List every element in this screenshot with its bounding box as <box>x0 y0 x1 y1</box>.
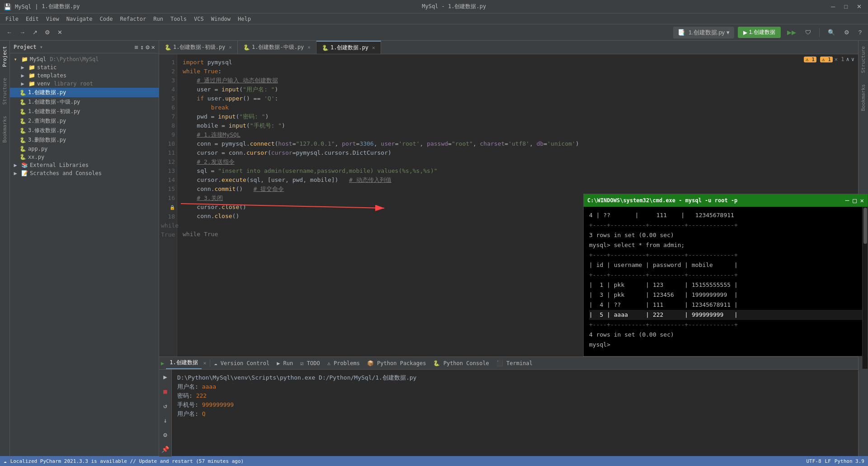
maximize-button[interactable]: □ <box>841 1 850 12</box>
tree-venv[interactable]: ▶ 📁 venv library root <box>10 80 159 88</box>
run-pin-btn[interactable]: 📌 <box>160 444 171 455</box>
tab-close-mid[interactable]: ✕ <box>307 44 311 50</box>
cmd-minimize-btn[interactable]: ─ <box>845 197 849 204</box>
sidebar-collapse-icon[interactable]: ≡ <box>134 43 138 51</box>
menu-bar: File Edit View Navigate Code Refactor Ru… <box>0 14 868 24</box>
debug-button[interactable]: ▶▶ <box>784 27 799 38</box>
bottom-tab-terminal[interactable]: ⬛ Terminal <box>493 358 536 368</box>
bottom-tab-problems[interactable]: ⚠ Problems <box>324 358 363 368</box>
cmd-prompt2: mysql> <box>589 340 862 350</box>
cmd-row2: | 3 | pkk | 123456 | 1999999999 | <box>589 290 862 300</box>
minimize-button[interactable]: ─ <box>828 1 838 12</box>
run-value-username2: Q <box>202 410 206 417</box>
tree-file-create[interactable]: 🐍 1.创建数据.py <box>10 88 159 97</box>
coverage-button[interactable]: 🛡 <box>802 27 814 38</box>
settings-button[interactable]: ⚙ <box>841 27 852 38</box>
help-button[interactable]: ? <box>856 27 864 38</box>
menu-tools[interactable]: Tools <box>167 15 190 23</box>
menu-edit[interactable]: Edit <box>22 15 42 23</box>
right-tab-bookmarks[interactable]: Bookmarks <box>859 82 867 113</box>
sidebar-item-bookmarks[interactable]: Bookmarks <box>1 114 9 145</box>
bottom-tab-todo[interactable]: ☑ TODO <box>297 358 323 368</box>
cmd-row5-highlight: | 5 | aaaa | 222 | 999999999 | <box>589 310 862 320</box>
mysql-folder-icon: 📁 <box>21 56 28 62</box>
bottom-panel: ▶ 1.创建数据 ✕ ☁ Version Control ▶ Run ☑ TOD… <box>159 357 858 456</box>
title-bar: 💾 MySql | 1.创建数据.py MySql - 1.创建数据.py ─ … <box>0 0 868 14</box>
toolbar-back-btn[interactable]: ← <box>4 27 15 38</box>
tab-create-active[interactable]: 🐍 1.创建数据.py ✕ <box>316 41 381 54</box>
tree-file-create-basic[interactable]: 🐍 1.创建数据-初级.py <box>10 107 159 116</box>
tree-scratches[interactable]: ▶ 📝 Scratches and Consoles <box>10 169 159 177</box>
tab-close-basic[interactable]: ✕ <box>229 44 232 50</box>
toolbar-external-btn[interactable]: ↗ <box>30 27 40 38</box>
menu-run[interactable]: Run <box>150 15 167 23</box>
tree-root[interactable]: ▾ 📁 MySql D:\Python\MySql <box>10 55 159 63</box>
right-tab-structure[interactable]: Structure <box>859 44 867 75</box>
bottom-tab-run2[interactable]: ▶ Run <box>273 358 297 368</box>
menu-code[interactable]: Code <box>96 15 117 23</box>
cmd-close-btn[interactable]: ✕ <box>860 197 864 204</box>
bottom-tab-py-console[interactable]: 🐍 Python Console <box>429 358 492 368</box>
tab-label-active: 1.创建数据.py <box>330 44 368 52</box>
search-button[interactable]: 🔍 <box>825 27 838 38</box>
tree-file-query[interactable]: 🐍 2.查询数据.py <box>10 116 159 126</box>
cmd-row3: | 4 | ?? | 111 | 12345678911 | <box>589 300 862 310</box>
sidebar-item-structure[interactable]: Structure <box>1 76 9 107</box>
sidebar-item-project[interactable]: Project <box>1 44 9 69</box>
tree-root-label: MySql <box>30 56 46 62</box>
menu-navigate[interactable]: Navigate <box>63 15 96 23</box>
py-file-icon-mid: 🐍 <box>19 99 26 105</box>
code-line-3: # 通过用户输入 动态创建数据 <box>183 76 853 85</box>
cmd-scrollbar-thumb[interactable] <box>863 208 867 244</box>
run-line-3: 手机号: 999999999 <box>177 400 853 409</box>
menu-window[interactable]: Window <box>208 15 234 23</box>
bottom-tab-version[interactable]: ☁ Version Control <box>210 358 273 368</box>
nav-up-icon[interactable]: ∧ <box>846 56 849 62</box>
menu-vcs[interactable]: VCS <box>190 15 208 23</box>
tree-external-libs[interactable]: ▶ 📚 External Libraries <box>10 161 159 169</box>
tree-file-modify[interactable]: 🐍 3.修改数据.py <box>10 126 159 135</box>
sidebar-sort-icon[interactable]: ↕ <box>140 43 144 51</box>
bottom-tab-run[interactable]: 1.创建数据 <box>166 357 201 369</box>
nav-down-icon[interactable]: ∨ <box>851 56 854 62</box>
menu-file[interactable]: File <box>2 15 22 23</box>
menu-refactor[interactable]: Refactor <box>116 15 150 23</box>
run-icon: ▶ <box>743 29 747 36</box>
run-settings-btn[interactable]: ⚙ <box>161 429 169 440</box>
tree-templates[interactable]: ▶ 📁 templates <box>10 71 159 80</box>
run-stop-btn[interactable]: ■ <box>161 386 169 397</box>
tab-create-mid[interactable]: 🐍 1.创建数据-中级.py ✕ <box>238 41 316 54</box>
toolbar-forward-btn[interactable]: → <box>17 27 28 38</box>
toolbar-settings-btn[interactable]: ⚙ <box>42 27 53 38</box>
tab-close-active[interactable]: ✕ <box>372 45 375 51</box>
expand-icon: ▶ <box>19 64 26 71</box>
menu-view[interactable]: View <box>42 15 63 23</box>
code-line-12: # 2.发送指令 <box>183 157 853 166</box>
run-scroll-btn[interactable]: ↓ <box>161 415 169 426</box>
close-button[interactable]: ✕ <box>854 1 864 12</box>
cmd-restore-btn[interactable]: □ <box>853 197 856 204</box>
bottom-tab-py-pkg[interactable]: 📦 Python Packages <box>363 358 430 368</box>
tree-file-delete[interactable]: 🐍 3.删除数据.py <box>10 135 159 145</box>
tree-static[interactable]: ▶ 📁 static <box>10 63 159 71</box>
tab-create-basic[interactable]: 🐍 1.创建数据-初级.py ✕ <box>159 41 238 54</box>
tree-file-app[interactable]: 🐍 app.py <box>10 145 159 153</box>
tab-icon-active: 🐍 <box>322 45 329 51</box>
tree-templates-label: templates <box>37 72 66 79</box>
menu-help[interactable]: Help <box>234 15 255 23</box>
run-play-btn[interactable]: ▶ <box>161 371 169 382</box>
toolbar-project-btn[interactable]: 📑 1.创建数据.py ▾ <box>673 27 734 38</box>
run-rerun-btn[interactable]: ↺ <box>161 400 169 411</box>
tree-scratches-label: Scratches and Consoles <box>30 170 102 176</box>
sidebar-gear-icon[interactable]: ⚙ <box>146 43 149 51</box>
cmd-prompt1: mysql> select * from admin; <box>589 240 862 250</box>
sidebar-close-icon[interactable]: ✕ <box>151 43 155 51</box>
toolbar-close-btn[interactable]: ✕ <box>55 27 65 38</box>
tree-file-xx[interactable]: 🐍 xx.py <box>10 153 159 161</box>
tree-file-create-mid-label: 1.创建数据-中级.py <box>28 98 80 106</box>
bottom-tabs: ▶ 1.创建数据 ✕ ☁ Version Control ▶ Run ☑ TOD… <box>159 357 858 370</box>
cmd-scrollbar[interactable] <box>862 207 868 369</box>
run-button[interactable]: ▶ 1.创建数据 <box>738 27 781 38</box>
tree-file-create-mid[interactable]: 🐍 1.创建数据-中级.py <box>10 97 159 107</box>
run-tab-close[interactable]: ✕ <box>203 360 207 366</box>
